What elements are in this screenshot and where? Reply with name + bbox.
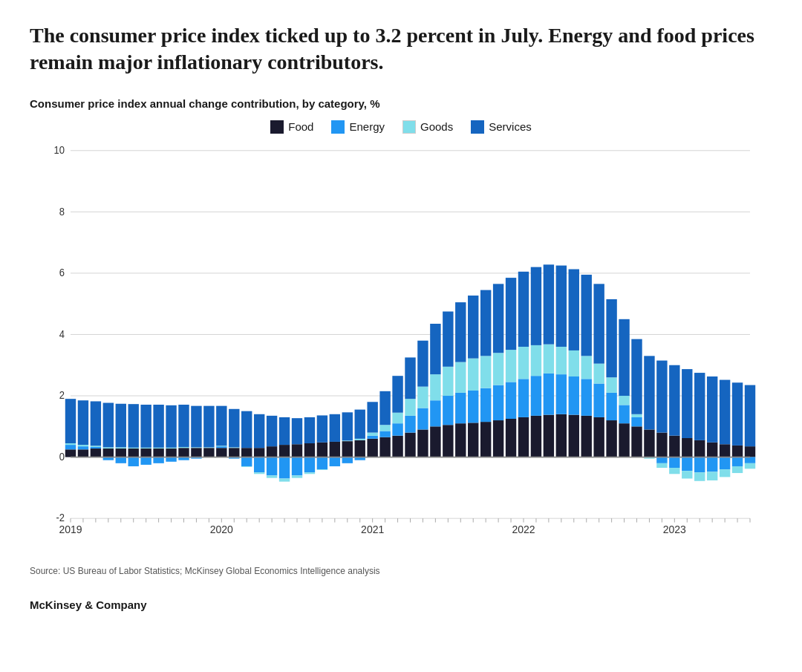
svg-rect-218 xyxy=(518,417,529,457)
svg-rect-274 xyxy=(694,440,705,457)
svg-rect-286 xyxy=(732,446,743,457)
svg-rect-212 xyxy=(493,353,503,385)
svg-rect-267 xyxy=(669,457,679,467)
svg-rect-269 xyxy=(669,365,679,436)
legend-energy: Energy xyxy=(331,120,385,134)
svg-rect-204 xyxy=(468,358,478,390)
svg-rect-171 xyxy=(367,435,377,438)
svg-rect-262 xyxy=(656,432,667,457)
svg-rect-95 xyxy=(128,457,139,466)
svg-rect-82 xyxy=(91,448,101,457)
legend-food: Food xyxy=(270,120,313,134)
energy-label: Energy xyxy=(349,120,385,133)
svg-rect-281 xyxy=(707,376,717,443)
svg-rect-235 xyxy=(569,376,579,415)
svg-rect-244 xyxy=(593,363,604,383)
svg-rect-123 xyxy=(216,446,226,448)
svg-rect-196 xyxy=(443,367,453,396)
svg-rect-266 xyxy=(669,435,679,457)
svg-rect-189 xyxy=(417,340,428,386)
svg-rect-101 xyxy=(140,405,151,448)
goods-label: Goods xyxy=(420,120,453,133)
svg-text:2019: 2019 xyxy=(59,523,82,535)
svg-rect-88 xyxy=(103,447,114,448)
svg-rect-206 xyxy=(480,422,491,457)
svg-rect-211 xyxy=(493,385,503,420)
svg-rect-278 xyxy=(707,443,717,457)
svg-rect-208 xyxy=(480,356,491,388)
svg-rect-78 xyxy=(78,449,88,457)
svg-rect-256 xyxy=(631,414,642,417)
svg-text:4: 4 xyxy=(59,328,65,340)
chart-area: 1086420-220192020202120222023 xyxy=(30,143,772,558)
svg-rect-97 xyxy=(128,404,139,448)
svg-text:0: 0 xyxy=(59,451,65,463)
svg-rect-81 xyxy=(78,400,88,445)
svg-rect-249 xyxy=(606,299,616,377)
svg-rect-247 xyxy=(606,393,616,420)
svg-rect-252 xyxy=(619,396,629,405)
svg-rect-209 xyxy=(480,290,491,356)
svg-rect-120 xyxy=(203,447,214,448)
svg-rect-289 xyxy=(732,382,743,446)
food-label: Food xyxy=(288,120,313,133)
svg-rect-258 xyxy=(644,429,654,457)
svg-rect-104 xyxy=(153,448,163,448)
svg-rect-156 xyxy=(317,469,327,470)
chart-title: Consumer price index annual change contr… xyxy=(30,97,772,110)
brand-name: McKinsey & Company xyxy=(30,598,772,611)
svg-rect-226 xyxy=(544,414,554,457)
svg-rect-287 xyxy=(732,457,743,466)
svg-rect-121 xyxy=(203,405,214,447)
svg-rect-79 xyxy=(78,446,88,449)
svg-rect-236 xyxy=(569,350,579,376)
svg-rect-265 xyxy=(656,360,667,432)
svg-rect-137 xyxy=(254,414,264,448)
svg-text:10: 10 xyxy=(54,144,65,156)
svg-rect-225 xyxy=(531,267,541,345)
svg-rect-237 xyxy=(569,269,579,350)
svg-rect-200 xyxy=(455,362,466,392)
svg-rect-190 xyxy=(430,426,440,457)
svg-text:2: 2 xyxy=(59,390,65,402)
svg-rect-74 xyxy=(65,449,76,457)
svg-rect-205 xyxy=(468,296,478,359)
svg-rect-109 xyxy=(166,405,176,448)
svg-rect-184 xyxy=(405,399,415,416)
svg-rect-198 xyxy=(455,423,466,457)
svg-rect-140 xyxy=(267,475,277,477)
svg-rect-185 xyxy=(405,357,415,399)
svg-rect-264 xyxy=(656,463,667,468)
svg-rect-142 xyxy=(279,445,290,457)
svg-rect-291 xyxy=(745,457,755,463)
svg-rect-220 xyxy=(518,347,529,379)
svg-rect-176 xyxy=(379,425,390,431)
svg-rect-181 xyxy=(392,376,402,413)
svg-rect-165 xyxy=(342,412,353,440)
svg-rect-136 xyxy=(254,472,264,474)
svg-rect-251 xyxy=(619,405,629,423)
svg-rect-229 xyxy=(544,264,554,344)
svg-rect-263 xyxy=(656,457,667,463)
svg-rect-239 xyxy=(581,379,592,416)
svg-rect-284 xyxy=(720,469,730,477)
svg-rect-222 xyxy=(531,416,541,457)
svg-rect-129 xyxy=(229,409,239,448)
svg-rect-292 xyxy=(745,463,755,469)
svg-rect-139 xyxy=(267,457,277,475)
svg-rect-290 xyxy=(745,446,755,457)
svg-rect-248 xyxy=(606,377,616,393)
svg-rect-214 xyxy=(506,419,516,457)
svg-rect-279 xyxy=(707,457,717,472)
svg-rect-272 xyxy=(682,471,692,478)
svg-rect-245 xyxy=(593,284,604,363)
svg-rect-238 xyxy=(581,416,592,457)
svg-rect-144 xyxy=(279,478,290,481)
legend-services: Services xyxy=(471,120,532,134)
services-swatch xyxy=(471,120,484,134)
svg-rect-195 xyxy=(443,396,453,425)
svg-rect-154 xyxy=(317,443,327,457)
svg-text:6: 6 xyxy=(59,267,65,279)
svg-rect-83 xyxy=(91,447,101,448)
svg-rect-288 xyxy=(732,466,743,473)
